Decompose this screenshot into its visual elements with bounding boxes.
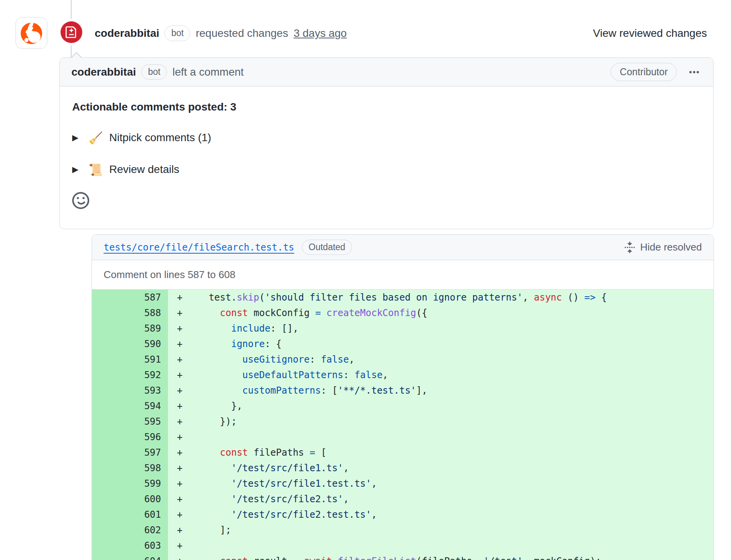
diff-line: 588+ const mockConfig = createMockConfig… [92,305,714,321]
diff-addition-sign: + [177,522,182,538]
file-path-link[interactable]: tests/core/file/fileSearch.test.ts [104,242,294,253]
contributor-badge: Contributor [611,63,677,81]
diff-line-code: + useDefaultPatterns: false, [168,367,714,383]
diff-addition-sign: + [177,305,182,321]
diff-addition-sign: + [177,429,182,445]
diff-line: 604+ const result = await filterFileList… [92,553,714,560]
file-diff-icon [66,26,77,38]
diff-line-number[interactable]: 596 [92,429,168,445]
event-timestamp-link[interactable]: 3 days ago [294,27,347,40]
diff-line-number[interactable]: 594 [92,398,168,414]
review-thread-card: tests/core/file/fileSearch.test.ts Outda… [92,234,714,560]
nitpick-comments-label: Nitpick comments (1) [109,131,211,144]
diff-line-code: + }); [168,414,714,429]
diff-line-number[interactable]: 588 [92,305,168,321]
diff-line: 603+ [92,538,714,553]
diff-line-code: + const filePaths = [ [168,445,714,460]
diff-addition-sign: + [177,460,182,476]
diff-line: 597+ const filePaths = [ [92,445,714,460]
scroll-emoji-icon: 📜 [88,163,103,176]
comment-author[interactable]: coderabbitai [71,66,136,78]
diff-line-number[interactable]: 597 [92,445,168,460]
kebab-menu-button[interactable] [687,65,702,80]
hide-resolved-button[interactable]: Hide resolved [624,241,702,253]
diff-line-number[interactable]: 595 [92,414,168,429]
diff-line-number[interactable]: 603 [92,538,168,553]
coderabbitai-avatar[interactable] [16,17,47,49]
diff-line: 587+ test.skip('should filter files base… [92,290,714,305]
add-reaction-button[interactable] [72,192,89,210]
diff-addition-sign: + [177,336,182,352]
diff-line: 595+ }); [92,414,714,429]
comment-range-row: Comment on lines 587 to 608 [92,260,714,290]
diff-line-number[interactable]: 601 [92,507,168,522]
diff-addition-sign: + [177,290,182,305]
hide-resolved-label: Hide resolved [640,241,702,253]
diff-line-code: + [168,538,714,553]
diff-addition-sign: + [177,414,182,429]
nitpick-comments-toggle[interactable]: ▶ 🧹 Nitpick comments (1) [72,130,701,145]
diff-line-number[interactable]: 590 [92,336,168,352]
diff-line-number[interactable]: 604 [92,553,168,560]
diff-line: 600+ '/test/src/file2.ts', [92,491,714,507]
diff-line-number[interactable]: 587 [92,290,168,305]
diff-line-code: + useGitignore: false, [168,352,714,367]
comment-body: Actionable comments posted: 3 ▶ 🧹 Nitpic… [60,86,713,229]
review-event-row: coderabbitai bot requested changes 3 day… [95,26,707,41]
diff-line: 596+ [92,429,714,445]
diff-addition-sign: + [177,553,182,560]
diff-line: 599+ '/test/src/file1.test.ts', [92,476,714,491]
kebab-horizontal-icon [688,66,700,78]
comment-action: left a comment [172,66,244,78]
diff-addition-sign: + [177,383,182,398]
bot-badge: bot [165,26,190,41]
review-details-toggle[interactable]: ▶ 📜 Review details [72,162,701,177]
diff-line-code: + '/test/src/file2.ts', [168,491,714,507]
diff-line-number[interactable]: 591 [92,352,168,367]
event-action: requested changes [196,27,288,40]
fold-icon [624,242,636,253]
comment-header: coderabbitai bot left a comment Contribu… [60,58,713,86]
smiley-icon [72,192,89,209]
diff-line-code: + test.skip('should filter files based o… [168,290,714,305]
actionable-comments-title: Actionable comments posted: 3 [72,100,701,114]
diff-line-number[interactable]: 592 [92,367,168,383]
diff-line-code: + include: [], [168,321,714,336]
diff-line-code: + [168,429,714,445]
view-reviewed-changes-toggle[interactable]: View reviewed changes [593,27,707,40]
outdated-badge: Outdated [302,240,352,255]
diff-line: 594+ }, [92,398,714,414]
diff-line: 593+ customPatterns: ['**/*.test.ts'], [92,383,714,398]
diff-line-code: + customPatterns: ['**/*.test.ts'], [168,383,714,398]
diff-addition-sign: + [177,398,182,414]
diff-line: 591+ useGitignore: false, [92,352,714,367]
diff-line: 602+ ]; [92,522,714,538]
diff-addition-sign: + [177,321,182,336]
event-author[interactable]: coderabbitai [95,27,159,40]
diff-line-code: + ]; [168,522,714,538]
diff-line: 589+ include: [], [92,321,714,336]
bot-badge: bot [141,64,167,80]
collapsed-triangle-icon: ▶ [72,133,82,142]
diff-addition-sign: + [177,538,182,553]
diff-line-number[interactable]: 600 [92,491,168,507]
diff-addition-sign: + [177,507,182,522]
diff-addition-sign: + [177,445,182,460]
diff-line-number[interactable]: 599 [92,476,168,491]
broom-emoji-icon: 🧹 [88,131,103,145]
thread-header: tests/core/file/fileSearch.test.ts Outda… [92,235,714,260]
diff-line: 601+ '/test/src/file2.test.ts', [92,507,714,522]
diff-addition-sign: + [177,352,182,367]
collapsed-triangle-icon: ▶ [72,165,82,174]
comment-range-label: Comment on lines 587 to 608 [104,269,236,281]
diff-line-number[interactable]: 598 [92,460,168,476]
diff-line-number[interactable]: 593 [92,383,168,398]
diff-line-number[interactable]: 589 [92,321,168,336]
changes-requested-badge [61,21,82,43]
coderabbit-logo-icon [18,20,45,46]
diff-line-number[interactable]: 602 [92,522,168,538]
review-comment-card: coderabbitai bot left a comment Contribu… [59,57,714,229]
diff-line: 592+ useDefaultPatterns: false, [92,367,714,383]
diff-line-code: + }, [168,398,714,414]
diff-addition-sign: + [177,367,182,383]
